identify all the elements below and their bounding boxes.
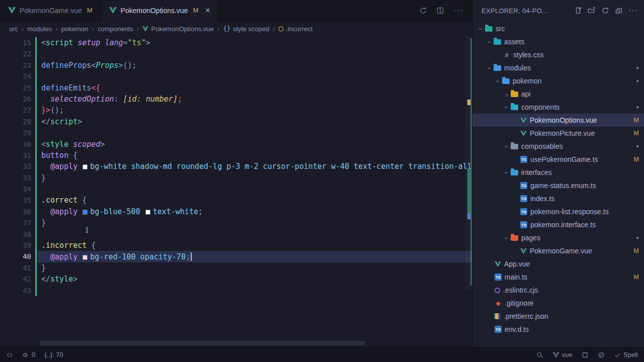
code-line-38[interactable]: 38	[0, 229, 472, 240]
collapse-folders-icon[interactable]	[615, 7, 623, 15]
code-line-31[interactable]: 31button {	[0, 150, 472, 161]
tree-item-label: interfaces	[521, 168, 552, 176]
tree-item-game-status-enum-ts[interactable]: TSgame-status.enum.ts	[472, 179, 644, 192]
breadcrumb-item-incorrect[interactable]: .incorrect	[279, 25, 312, 33]
code-line-27[interactable]: 27}>();	[0, 105, 472, 116]
tab-bar: PokemonGame.vueMPokemonOptions.vueM× ···	[0, 0, 472, 21]
code-line-30[interactable]: 30<style scoped>	[0, 139, 472, 150]
code-line-29[interactable]: 29	[0, 127, 472, 138]
tab-pokemongame-vue[interactable]: PokemonGame.vueM	[0, 0, 101, 21]
tree-item-assets[interactable]: ›assets	[472, 35, 644, 48]
folder-icon	[511, 92, 518, 97]
code-line-text: }	[37, 172, 472, 184]
code-line-40[interactable]: 40 @apply bg-red-100 opacity-70;	[0, 251, 472, 262]
code-line-36[interactable]: 36 @apply bg-blue-500 text-white;	[0, 206, 472, 217]
tree-item-prettierrc-json[interactable]: .prettierrc.json	[472, 310, 644, 323]
tree-item-env-d-ts[interactable]: TSenv.d.ts	[472, 323, 644, 336]
code-line-text: </style>	[37, 274, 472, 285]
code-line-41[interactable]: 41}	[0, 262, 472, 274]
tree-item-label: modules	[504, 64, 531, 72]
tree-item-pokemon[interactable]: ›pokemon●	[472, 74, 644, 87]
line-number: 23	[0, 60, 31, 71]
breadcrumb-label: modules	[27, 25, 52, 33]
window-status[interactable]	[582, 351, 589, 358]
brackets-counter[interactable]: {..}: 70	[44, 351, 63, 358]
tree-item-styles-css[interactable]: #styles.css	[472, 48, 644, 61]
folder-icon	[511, 105, 518, 110]
modified-lines-strip	[470, 38, 472, 286]
tree-item-pokemonpicture-vue[interactable]: PokemonPicture.vueM	[472, 127, 644, 140]
breadcrumb-item-src[interactable]: src	[9, 25, 18, 33]
tab-pokemonoptions-vue[interactable]: PokemonOptions.vueM×	[101, 0, 219, 21]
breadcrumb-item-modules[interactable]: modules	[27, 25, 52, 33]
tree-item-pages[interactable]: ›pages●	[472, 231, 644, 244]
tree-item-pokemonoptions-vue[interactable]: PokemonOptions.vueM	[472, 114, 644, 127]
code-line-22[interactable]: 22	[0, 48, 472, 59]
code-line-24[interactable]: 24	[0, 71, 472, 82]
code-line-23[interactable]: 23defineProps<Props>();	[0, 60, 472, 71]
code-line-text: }	[37, 262, 472, 274]
new-folder-icon[interactable]	[588, 7, 596, 15]
code-editor[interactable]: 15<script setup lang="ts">2223defineProp…	[0, 36, 472, 347]
zoom[interactable]	[536, 351, 543, 358]
folder-icon	[494, 65, 501, 71]
tree-item-eslintrc-cjs[interactable]: .eslintrc.cjs	[472, 284, 644, 297]
tree-item-gitignore[interactable]: ◆.gitignore	[472, 297, 644, 310]
breadcrumb-item-pokemon[interactable]: pokemon	[61, 25, 88, 33]
explorer-more-actions-icon[interactable]: ···	[628, 6, 638, 15]
code-line-text	[37, 285, 472, 296]
code-line-26[interactable]: 26 selectedOption: [id: number];	[0, 94, 472, 105]
tree-item-interfaces[interactable]: ›interfaces	[472, 166, 644, 179]
breadcrumb-item-pokemonoptions-vue[interactable]: PokemonOptions.vue	[142, 25, 213, 33]
tree-item-api[interactable]: ›api	[472, 87, 644, 101]
code-line-37[interactable]: 37}	[0, 217, 472, 228]
line-number: 26	[0, 94, 31, 105]
sync-icon[interactable]	[419, 7, 427, 15]
spell-checker[interactable]: Spell	[614, 351, 638, 358]
notifications[interactable]: 0	[22, 351, 35, 358]
close-icon[interactable]: ×	[205, 6, 210, 15]
remote-indicator[interactable]	[6, 351, 13, 358]
tree-item-index-ts[interactable]: TSindex.ts	[472, 192, 644, 205]
line-number: 22	[0, 48, 31, 59]
do-not-disturb[interactable]	[598, 351, 605, 358]
breadcrumb-item-style-scoped[interactable]: {}style scoped	[223, 25, 269, 33]
code-line-34[interactable]: 34	[0, 184, 472, 195]
editor-pane: PokemonGame.vueMPokemonOptions.vueM× ···…	[0, 0, 472, 347]
tree-item-modules[interactable]: ›modules●	[472, 61, 644, 74]
code-line-25[interactable]: 25defineEmits<{	[0, 82, 472, 94]
breadcrumb-item-components[interactable]: components	[98, 25, 133, 33]
code-line-28[interactable]: 28</script>	[0, 116, 472, 127]
tree-item-usepokemongame-ts[interactable]: TSusePokemonGame.tsM	[472, 153, 644, 166]
code-line-text	[37, 229, 472, 240]
code-line-32[interactable]: 32 @apply bg-white shadow-md rounded-lg …	[0, 161, 472, 172]
new-file-icon[interactable]	[574, 7, 582, 15]
refresh-explorer-icon[interactable]	[601, 7, 609, 15]
tree-item-src[interactable]: ›src	[472, 22, 644, 35]
horizontal-scrollbar[interactable]	[40, 341, 365, 345]
code-line-39[interactable]: 39.incorrect {	[0, 240, 472, 251]
code-line-35[interactable]: 35.correct {	[0, 195, 472, 206]
modified-badge: M	[630, 274, 639, 281]
ts-icon: TS	[520, 156, 527, 163]
tree-item-composables[interactable]: ›composables●	[472, 140, 644, 153]
code-line-text: defineEmits<{	[37, 82, 472, 94]
code-line-42[interactable]: 42</style>	[0, 274, 472, 285]
tree-item-pokemongame-vue[interactable]: PokemonGame.vueM	[472, 244, 644, 257]
vue-status[interactable]: vue	[552, 351, 573, 358]
tree-item-pokemon-list-response-ts[interactable]: TSpokemon-list.response.ts	[472, 205, 644, 218]
tree-item-label: PokemonGame.vue	[530, 247, 592, 255]
tree-item-label: pokemon.interface.ts	[530, 221, 596, 229]
code-line-43[interactable]: 43	[0, 285, 472, 296]
tree-item-label: main.ts	[505, 273, 527, 281]
code-line-33[interactable]: 33}	[0, 172, 472, 184]
tree-item-components[interactable]: ›components●	[472, 101, 644, 114]
chevron-icon: ›	[503, 143, 511, 150]
tree-item-pokemon-interface-ts[interactable]: TSpokemon.interface.ts	[472, 218, 644, 231]
tree-item-main-ts[interactable]: TSmain.tsM	[472, 270, 644, 284]
tree-item-label: .eslintrc.cjs	[503, 286, 538, 294]
split-editor-icon[interactable]	[436, 7, 444, 15]
editor-more-actions-icon[interactable]: ···	[453, 6, 463, 15]
tree-item-app-vue[interactable]: App.vue	[472, 257, 644, 270]
code-line-15[interactable]: 15<script setup lang="ts">	[0, 37, 472, 48]
